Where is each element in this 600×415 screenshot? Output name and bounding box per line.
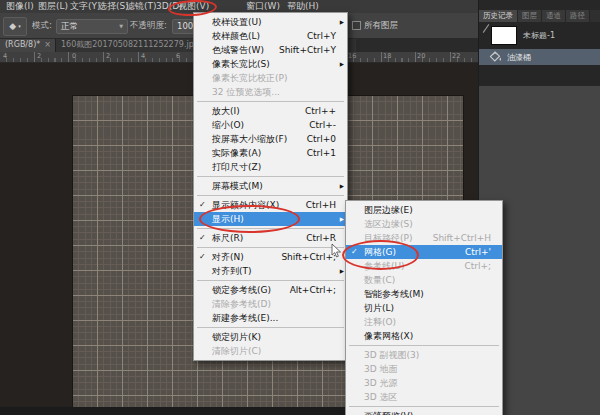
- show-submenu-dropdown: 图层边缘(E)选区边缘(S)目标路径(P)Shift+Ctrl+H✓网格(G)C…: [345, 200, 503, 415]
- panel-tab-通道[interactable]: 通道: [542, 10, 566, 22]
- menu-item-label: 目标路径(P): [364, 232, 412, 245]
- menu-item-label: 校样设置(U): [212, 16, 262, 29]
- menu-item-label: 3D 地面: [364, 363, 398, 376]
- menu-item-target-path: 目标路径(P)Shift+Ctrl+H: [346, 231, 502, 245]
- menubar-item-layer[interactable]: 图层(L): [38, 0, 68, 13]
- menu-item-label: 色域警告(W): [212, 44, 264, 57]
- ruler-label: 2: [106, 52, 110, 60]
- window-titlebar: –▢✕: [479, 0, 600, 10]
- menu-item-new-guide[interactable]: 新建参考线(E)...: [194, 311, 347, 325]
- ruler-label: 18: [383, 52, 391, 60]
- menu-separator: [197, 280, 344, 281]
- menubar-item-filter[interactable]: 滤镜(T): [126, 0, 157, 13]
- menubar-item-type[interactable]: 文字(Y): [70, 0, 101, 13]
- menu-item-pixel-aspect-ratio[interactable]: 像素长宽比(S)▶: [194, 57, 347, 71]
- menu-item-screen-mode[interactable]: 屏幕模式(M)▶: [194, 179, 347, 193]
- panel-tab-历史记录[interactable]: 历史记录: [479, 10, 518, 22]
- history-step-name: 油漆桶: [507, 52, 531, 63]
- menu-item-shortcut: Alt+Ctrl+;: [282, 285, 336, 295]
- menu-item-label: 新建参考线(E)...: [212, 312, 278, 325]
- menu-item-label: 缩小(O): [212, 119, 244, 132]
- menu-item-snap-to[interactable]: 对齐到(T)▶: [194, 264, 347, 278]
- ruler-label: 2: [37, 52, 41, 60]
- menu-item-show[interactable]: 显示(H)▶: [194, 212, 347, 226]
- ruler-label: 4: [3, 52, 7, 60]
- submenu-arrow-icon: ▶: [336, 268, 344, 274]
- menu-separator: [197, 247, 344, 248]
- menu-item-zoom-out[interactable]: 缩小(O)Ctrl+-: [194, 118, 347, 132]
- menubar-item-image[interactable]: 图像(I): [6, 0, 34, 13]
- snapshot-thumbnail: [491, 26, 517, 45]
- menu-item-label: 3D 选区: [364, 391, 398, 404]
- menu-item-3d-ground-plane: 3D 地面: [346, 362, 502, 376]
- menu-item-rulers[interactable]: ✓标尺(R)Ctrl+R: [194, 231, 347, 245]
- menu-item-label: 屏幕模式(M): [212, 180, 263, 193]
- menu-item-3d-selection: 3D 选区: [346, 390, 502, 404]
- menu-item-label: 显示(H): [212, 213, 244, 226]
- menu-item-label: 锁定切片(K): [212, 331, 261, 344]
- menu-item-proof-colors[interactable]: 校样颜色(L)Ctrl+Y: [194, 29, 347, 43]
- panel-tab-路径[interactable]: 路径: [566, 10, 590, 22]
- menu-item-shortcut: Ctrl+H: [298, 200, 336, 210]
- menu-item-shortcut: Ctrl+;: [456, 261, 491, 271]
- menu-item-fit-on-screen[interactable]: 按屏幕大小缩放(F)Ctrl+0: [194, 132, 347, 146]
- all-layers-checkbox[interactable]: 所有图层: [352, 19, 398, 32]
- menu-item-proof-setup[interactable]: 校样设置(U)▶: [194, 15, 347, 29]
- paint-bucket-icon: [489, 51, 503, 63]
- menu-item-label: 切片(L): [364, 302, 394, 315]
- close-tab-icon[interactable]: ×: [44, 40, 51, 49]
- menu-item-label: 标尺(R): [212, 232, 243, 245]
- menu-item-label: 像素长宽比校正(P): [212, 72, 287, 85]
- history-step-row[interactable]: 油漆桶: [479, 49, 600, 65]
- menu-item-label: 选区边缘(S): [364, 218, 413, 231]
- menu-item-label: 放大(I): [212, 105, 240, 118]
- menu-item-label: 清除切片(C): [212, 345, 261, 358]
- menu-item-snap[interactable]: ✓对齐(N)Shift+Ctrl+;: [194, 250, 347, 264]
- menu-item-count: 数量(C): [346, 273, 502, 287]
- menu-item-guides: 参考线(U)Ctrl+;: [346, 259, 502, 273]
- checkmark-icon: ✓: [351, 245, 364, 259]
- menu-item-shortcut: Shift+Ctrl+Y: [271, 45, 336, 55]
- menu-item-grid[interactable]: ✓网格(G)Ctrl+': [346, 245, 502, 259]
- photoshop-window: 图像(I)图层(L)文字(Y)选择(S)滤镜(T)3D(D)视图(V)窗口(W)…: [0, 0, 600, 415]
- menu-item-label: 打印尺寸(Z): [212, 161, 261, 174]
- menu-item-clear-slices: 清除切片(C): [194, 344, 347, 358]
- history-source-column[interactable]: [479, 25, 491, 46]
- menu-item-extras[interactable]: ✓显示额外内容(X)Ctrl+H: [194, 198, 347, 212]
- menu-item-pixel-aspect-correction: 像素长宽比校正(P): [194, 71, 347, 85]
- menu-item-shortcut: Ctrl+': [457, 247, 491, 257]
- menu-item-3d-lights: 3D 光源: [346, 376, 502, 390]
- history-snapshot-row[interactable]: 未标题-1: [479, 25, 600, 46]
- menu-item-3d-secondary-view: 3D 副视图(3): [346, 348, 502, 362]
- menu-item-print-size[interactable]: 打印尺寸(Z): [194, 160, 347, 174]
- menu-item-zoom-in[interactable]: 放大(I)Ctrl++: [194, 104, 347, 118]
- menu-item-lock-slices[interactable]: 锁定切片(K): [194, 330, 347, 344]
- menu-item-label: 智能参考线(M): [364, 288, 424, 301]
- menu-item-gamut-warning[interactable]: 色域警告(W)Shift+Ctrl+Y: [194, 43, 347, 57]
- submenu-arrow-icon: ▶: [336, 216, 344, 222]
- menu-item-clear-guides: 清除参考线(D): [194, 297, 347, 311]
- snapshot-name: 未标题-1: [523, 30, 555, 41]
- submenu-arrow-icon: ▶: [336, 183, 344, 189]
- paint-bucket-tool-icon[interactable]: ◆▾: [3, 17, 27, 36]
- menu-item-shortcut: Ctrl+-: [301, 120, 336, 130]
- menu-item-slices[interactable]: 切片(L): [346, 301, 502, 315]
- menu-item-brush-preview[interactable]: 画笔预览(V): [346, 409, 502, 415]
- checkbox-icon: [352, 21, 361, 30]
- menu-item-label: 网格(G): [364, 246, 396, 259]
- checkmark-icon: ✓: [199, 231, 212, 245]
- menu-item-label: 对齐到(T): [212, 265, 252, 278]
- submenu-arrow-icon: ▶: [336, 61, 344, 67]
- menu-item-smart-guides[interactable]: 智能参考线(M): [346, 287, 502, 301]
- ruler-label: 20: [417, 52, 425, 60]
- menu-item-shortcut: Ctrl++: [297, 106, 336, 116]
- mode-select[interactable]: 正常▼: [56, 19, 128, 34]
- menu-item-actual-pixels[interactable]: 实际像素(A)Ctrl+1: [194, 146, 347, 160]
- menubar-item-select[interactable]: 选择(S): [98, 0, 129, 13]
- menu-item-pixel-grid[interactable]: 像素网格(X): [346, 329, 502, 343]
- menu-item-lock-guides[interactable]: 锁定参考线(G)Alt+Ctrl+;: [194, 283, 347, 297]
- history-panel: 未标题-1 油漆桶: [479, 22, 600, 86]
- menu-item-label: 显示额外内容(X): [212, 199, 279, 212]
- menu-item-layer-edges[interactable]: 图层边缘(E): [346, 203, 502, 217]
- panel-tab-图层[interactable]: 图层: [518, 10, 542, 22]
